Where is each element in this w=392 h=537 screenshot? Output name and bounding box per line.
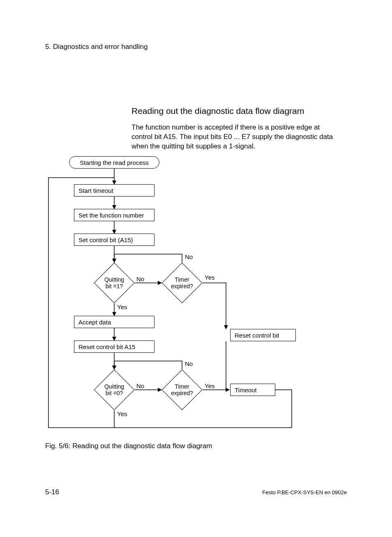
edge-no: No <box>185 360 193 367</box>
page-title: Reading out the diagnostic data flow dia… <box>131 106 304 116</box>
flow-timeout: Timeout <box>230 384 275 396</box>
flow-set-control-bit: Set control bit (A15) <box>74 234 154 246</box>
flowchart: Starting the read process Start timeout … <box>45 156 349 436</box>
flow-decision-quitting0: Quitting bit =0? <box>94 369 135 410</box>
flow-reset-control-bit: Reset control bit <box>230 329 296 341</box>
footer-doc-id: Festo P.BE-CPX-SYS-EN en 0902e <box>262 489 347 495</box>
page-number: 5-16 <box>45 488 59 496</box>
flow-decision-quitting1-label: Quitting bit =1? <box>94 262 135 303</box>
edge-no: No <box>136 275 144 282</box>
flow-start: Starting the read process <box>69 156 159 169</box>
flow-decision-quitting1: Quitting bit =1? <box>94 262 135 303</box>
flow-accept-data: Accept data <box>74 316 154 328</box>
flow-set-function-number: Set the function number <box>74 209 154 221</box>
edge-no: No <box>136 382 144 389</box>
flow-decision-timer1: Timer expired? <box>161 262 203 303</box>
edge-yes: Yes <box>117 410 127 417</box>
flow-start-timeout: Start timeout <box>74 184 154 197</box>
flow-decision-timer2: Timer expired? <box>161 369 203 410</box>
edge-yes: Yes <box>117 303 127 310</box>
edge-yes: Yes <box>205 274 214 281</box>
figure-caption: Fig. 5/6: Reading out the diagnostic dat… <box>45 442 212 450</box>
intro-paragraph: The function number is accepted if there… <box>131 123 337 151</box>
flow-decision-quitting0-label: Quitting bit =0? <box>94 369 135 410</box>
flow-decision-timer1-label: Timer expired? <box>161 262 203 303</box>
section-heading: 5. Diagnostics and error handling <box>45 43 148 51</box>
flow-reset-a15: Reset control bit A15 <box>74 340 154 353</box>
edge-no: No <box>185 253 193 260</box>
flow-decision-timer2-label: Timer expired? <box>161 369 203 410</box>
edge-yes: Yes <box>205 382 214 389</box>
